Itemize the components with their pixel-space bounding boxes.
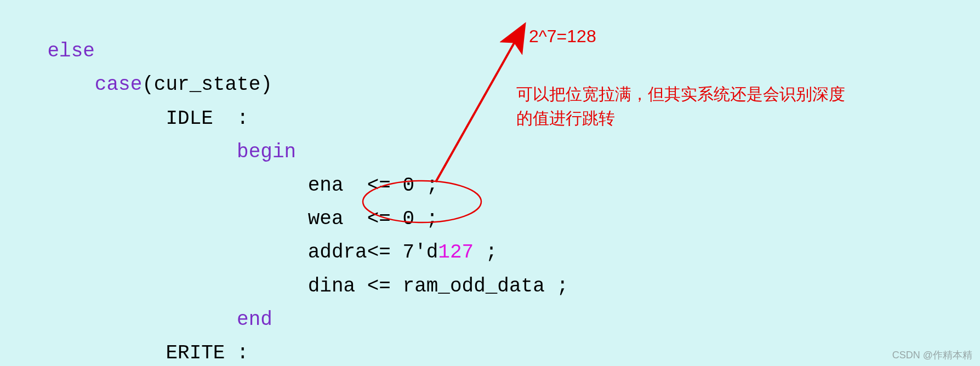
keyword-end: end xyxy=(237,308,272,331)
line-addra-num: 127 xyxy=(438,241,474,264)
line-addra-prefix: addra<= xyxy=(308,241,403,264)
state-erite-label: ERITE : xyxy=(166,342,248,364)
line-ena: ena <= 0 ; xyxy=(308,174,438,197)
line-wea: wea <= 0 ; xyxy=(308,208,438,230)
code-block: else case(cur_state) IDLE : begin ena <=… xyxy=(0,0,568,366)
line-addra-suffix: ; xyxy=(474,241,497,264)
keyword-case: case xyxy=(95,73,142,96)
line-addra-lit: 7'd xyxy=(403,241,438,264)
line-dina: dina <= ram_odd_data ; xyxy=(308,275,568,298)
case-args: (cur_state) xyxy=(142,73,272,96)
state-idle-label: IDLE : xyxy=(166,107,248,130)
keyword-else: else xyxy=(47,40,94,62)
annotation-explanation: 可以把位宽拉满，但其实系统还是会识别深度的值进行跳转 xyxy=(516,82,856,130)
annotation-power: 2^7=128 xyxy=(529,26,596,47)
watermark: CSDN @作精本精 xyxy=(892,348,972,362)
keyword-begin: begin xyxy=(237,141,296,163)
